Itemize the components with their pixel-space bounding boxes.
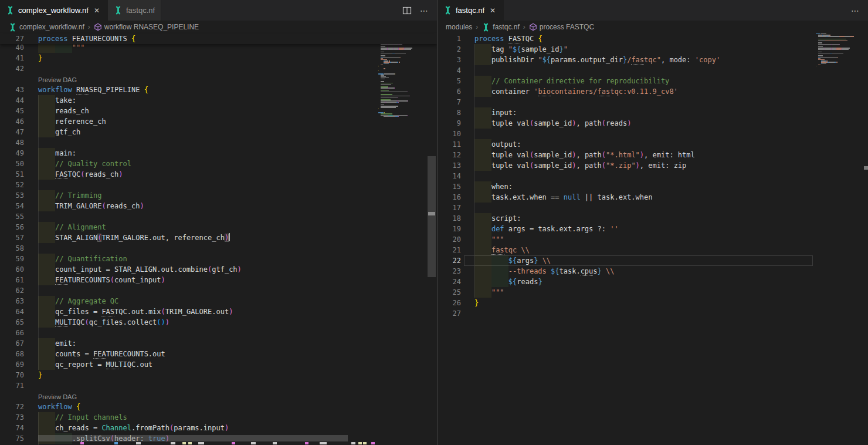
gutter-line-number[interactable]: 69: [0, 359, 24, 370]
gutter-line-number[interactable]: 27: [0, 33, 24, 44]
gutter-line-number[interactable]: 42: [0, 63, 24, 74]
gutter-line-number[interactable]: 58: [0, 243, 24, 254]
gutter-line-number[interactable]: 59: [0, 254, 24, 264]
gutter-line-number[interactable]: 47: [0, 127, 24, 137]
codelens-row[interactable]: Preview DAG: [0, 74, 437, 85]
scrollbar-horizontal-thumb[interactable]: [38, 435, 348, 441]
code-line[interactable]: 10: [438, 129, 868, 139]
gutter-line-number[interactable]: 24: [438, 277, 461, 287]
code-line[interactable]: 4: [438, 65, 868, 76]
gutter-line-number[interactable]: 41: [0, 53, 24, 63]
code-line[interactable]: 50 // Quality control: [0, 159, 437, 169]
code-line[interactable]: 26}: [438, 298, 868, 308]
code-line[interactable]: 48: [0, 137, 437, 148]
gutter-line-number[interactable]: 64: [0, 306, 24, 317]
gutter-line-number[interactable]: 71: [0, 380, 24, 391]
code-line[interactable]: 51 FASTQC(reads_ch): [0, 169, 437, 180]
code-line[interactable]: 60 count_input = STAR_ALIGN.out.combine(…: [0, 264, 437, 275]
code-line[interactable]: 46 reference_ch: [0, 116, 437, 127]
code-line[interactable]: 5 // Container directive for reproducibi…: [438, 76, 868, 86]
code-line[interactable]: 18 script:: [438, 213, 868, 224]
code-line[interactable]: 9 tuple val(sample_id), path(reads): [438, 118, 868, 129]
code-line[interactable]: 53 // Trimming: [0, 190, 437, 201]
code-line[interactable]: 67 emit:: [0, 338, 437, 349]
code-line[interactable]: 15 when:: [438, 181, 868, 192]
gutter-line-number[interactable]: 44: [0, 95, 24, 106]
code-line[interactable]: 72workflow {: [0, 402, 437, 412]
code-line[interactable]: 12 tuple val(sample_id), path("*.html"),…: [438, 150, 868, 160]
code-line[interactable]: 2 tag "${sample_id}": [438, 44, 868, 55]
code-line[interactable]: 59 // Quantification: [0, 254, 437, 264]
code-line[interactable]: 19 def args = task.ext.args ?: '': [438, 224, 868, 234]
code-line[interactable]: 57 STAR_ALIGN(TRIM_GALORE.out, reference…: [0, 232, 437, 243]
gutter-line-number[interactable]: 48: [0, 137, 24, 148]
gutter-line-number[interactable]: 6: [438, 86, 461, 97]
code-line[interactable]: 65 MULTIQC(qc_files.collect()): [0, 317, 437, 328]
gutter-line-number[interactable]: 21: [438, 245, 461, 255]
gutter-line-number[interactable]: 4: [438, 65, 461, 76]
gutter-line-number[interactable]: 66: [0, 328, 24, 338]
code-line[interactable]: 45 reads_ch: [0, 106, 437, 116]
code-line[interactable]: 49 main:: [0, 148, 437, 159]
code-line[interactable]: 74 ch_reads = Channel.fromPath(params.in…: [0, 423, 437, 433]
gutter-line-number[interactable]: 75: [0, 433, 24, 444]
gutter-line-number[interactable]: 8: [438, 107, 461, 118]
code-line[interactable]: 22 ${args} \\: [438, 255, 868, 266]
code-line[interactable]: 1process FASTQC {: [438, 33, 868, 44]
editor-left[interactable]: 40 """41}42Preview DAG43workflow RNASEQ_…: [0, 0, 437, 445]
editor-right[interactable]: 1process FASTQC {2 tag "${sample_id}"3 p…: [438, 0, 868, 445]
gutter-line-number[interactable]: 16: [438, 192, 461, 203]
code-line[interactable]: 64 qc_files = FASTQC.out.mix(TRIM_GALORE…: [0, 306, 437, 317]
code-line[interactable]: 69 qc_report = MULTIQC.out: [0, 359, 437, 370]
gutter-line-number[interactable]: 2: [438, 44, 461, 55]
code-line[interactable]: 55: [0, 211, 437, 222]
code-line[interactable]: 27: [438, 308, 868, 319]
gutter-line-number[interactable]: 50: [0, 159, 24, 169]
code-line[interactable]: 7: [438, 97, 868, 107]
gutter-line-number[interactable]: 15: [438, 181, 461, 192]
code-line[interactable]: 23 --threads ${task.cpus} \\: [438, 266, 868, 277]
code-line[interactable]: 73 // Input channels: [0, 412, 437, 423]
code-line[interactable]: 16 task.ext.when == null || task.ext.whe…: [438, 192, 868, 203]
code-line[interactable]: 62: [0, 285, 437, 296]
code-line[interactable]: 3 publishDir "${params.output_dir}/fastq…: [438, 55, 868, 65]
gutter-line-number[interactable]: 22: [438, 255, 461, 266]
gutter-line-number[interactable]: 51: [0, 169, 24, 180]
gutter-line-number[interactable]: 57: [0, 232, 24, 243]
code-line[interactable]: 66: [0, 328, 437, 338]
gutter-line-number[interactable]: 52: [0, 180, 24, 190]
gutter-line-number[interactable]: 45: [0, 106, 24, 116]
code-line[interactable]: 70}: [0, 370, 437, 380]
codelens-preview-dag[interactable]: Preview DAG: [38, 76, 77, 84]
code-line[interactable]: 11 output:: [438, 139, 868, 150]
code-line[interactable]: 47 gtf_ch: [0, 127, 437, 137]
code-line[interactable]: 41}: [0, 53, 437, 63]
gutter-line-number[interactable]: 14: [438, 171, 461, 181]
code-line[interactable]: 56 // Alignment: [0, 222, 437, 232]
gutter-line-number[interactable]: 70: [0, 370, 24, 380]
gutter-line-number[interactable]: 23: [438, 266, 461, 277]
code-line[interactable]: 21 fastqc \\: [438, 245, 868, 255]
gutter-line-number[interactable]: 10: [438, 129, 461, 139]
codelens-row[interactable]: Preview DAG: [0, 391, 437, 402]
code-line[interactable]: 52: [0, 180, 437, 190]
gutter-line-number[interactable]: 68: [0, 349, 24, 359]
gutter-line-number[interactable]: 67: [0, 338, 24, 349]
code-line[interactable]: 42: [0, 63, 437, 74]
code-line[interactable]: 61 FEATURECOUNTS(count_input): [0, 275, 437, 285]
gutter-line-number[interactable]: 12: [438, 150, 461, 160]
gutter-line-number[interactable]: 46: [0, 116, 24, 127]
gutter-line-number[interactable]: 19: [438, 224, 461, 234]
gutter-line-number[interactable]: 62: [0, 285, 24, 296]
gutter-line-number[interactable]: 26: [438, 298, 461, 308]
code-line[interactable]: 43workflow RNASEQ_PIPELINE {: [0, 85, 437, 95]
code-line[interactable]: 68 counts = FEATURECOUNTS.out: [0, 349, 437, 359]
gutter-line-number[interactable]: 25: [438, 287, 461, 298]
gutter-line-number[interactable]: 56: [0, 222, 24, 232]
gutter-line-number[interactable]: 18: [438, 213, 461, 224]
gutter-line-number[interactable]: 61: [0, 275, 24, 285]
code-line[interactable]: 6 container 'biocontainers/fastqc:v0.11.…: [438, 86, 868, 97]
gutter-line-number[interactable]: 17: [438, 203, 461, 213]
code-line[interactable]: 8 input:: [438, 107, 868, 118]
gutter-line-number[interactable]: 72: [0, 402, 24, 412]
